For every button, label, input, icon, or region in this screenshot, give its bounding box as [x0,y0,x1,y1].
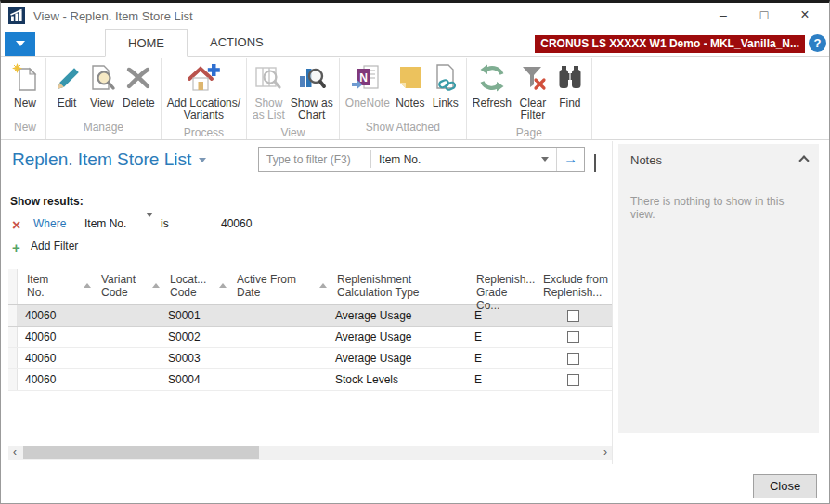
button-label: Add Locations/ Variants [167,97,240,122]
ribbon: New New Edit [1,57,829,140]
clear-filter-funnel-icon [517,61,549,95]
sticky-note-icon [396,61,425,95]
minimize-button[interactable]: – [703,3,744,29]
notes-button[interactable]: Notes [393,58,428,110]
column-header-location-code[interactable]: Locat... Code [161,269,227,304]
cell-variant-code [92,305,161,326]
quick-filter-input[interactable]: Type to filter (F3) [259,153,370,166]
cell-replenishment-calculation-type: Average Usage [328,348,467,368]
sort-ascending-icon [152,283,160,288]
links-button[interactable]: Links [428,58,463,110]
table-row[interactable]: 40060 S0003 Average Usage E [8,348,612,369]
sort-ascending-icon [84,283,91,288]
collapse-notes-button[interactable] [798,155,809,165]
ribbon-group-label: Manage [49,116,158,139]
cell-active-from-date [227,327,328,347]
delete-button[interactable]: Delete [120,58,158,110]
app-window: View - Replen. Item Store List – □ × HOM… [0,0,830,504]
ribbon-group-label: New [7,116,43,139]
help-button[interactable]: ? [809,34,826,52]
column-header-exclude-from-replenishment[interactable]: Exclude from Replenish... [534,269,612,304]
find-button[interactable]: Find [551,58,589,110]
ribbon-group-manage: Edit View [46,58,162,139]
column-header-variant-code[interactable]: Variant Code [92,269,161,304]
apply-filter-button[interactable]: → [556,148,584,171]
ribbon-group-process: Add Locations/ Variants Process [162,58,247,139]
notes-empty-message: There is nothing to show in this view. [618,167,819,221]
ribbon-tab-bar: HOME ACTIONS CRONUS LS XXXXX W1 Demo - M… [1,29,829,57]
row-selector-gutter [8,269,18,304]
exclude-checkbox[interactable] [567,331,579,343]
row-selector-gutter[interactable] [8,369,18,390]
button-label: Notes [396,97,424,110]
refresh-button[interactable]: Refresh [470,58,514,110]
page-title-text: Replen. Item Store List [12,149,191,169]
replenishment-table: Item No. Variant Code Locat... Code Acti… [8,269,612,391]
exclude-checkbox[interactable] [567,353,579,365]
cell-location-code: S0003 [161,348,227,368]
show-as-list-icon [253,61,284,95]
edit-button[interactable]: Edit [49,58,84,110]
filter-value-input[interactable]: 40060 [221,217,252,230]
table-row[interactable]: 40060 S0004 Stock Levels E [8,369,612,391]
delete-x-icon [123,61,153,95]
row-selector-gutter[interactable] [8,327,18,347]
table-row[interactable]: 40060 S0001 Average Usage E [8,304,612,327]
table-row[interactable]: 40060 S0002 Average Usage E [8,327,612,348]
page-title-caret-icon[interactable] [199,158,206,162]
filter-field-dropdown[interactable]: Item No. [84,217,126,230]
app-menu-button[interactable] [5,32,35,56]
row-selector-gutter[interactable] [8,305,18,326]
button-label: Refresh [473,97,512,110]
button-label: OneNote [345,97,390,110]
show-as-list-button: Show as List [250,58,288,122]
row-selector-gutter[interactable] [8,348,18,368]
tab-actions[interactable]: ACTIONS [188,29,286,57]
close-window-button[interactable]: × [785,3,825,29]
clear-filter-button[interactable]: Clear Filter [514,58,551,122]
scroll-left-button[interactable]: ‹ [8,446,21,460]
company-badge: CRONUS LS XXXXX W1 Demo - MKL_Vanilla_N.… [535,35,805,53]
column-header-replenishment-calculation-type[interactable]: Replenishment Calculation Type [328,269,467,304]
cell-active-from-date [227,305,328,326]
table-header-row: Item No. Variant Code Locat... Code Acti… [8,269,612,304]
scrollbar-thumb[interactable] [23,446,259,459]
exclude-checkbox[interactable] [567,310,579,322]
column-header-replenishment-grade-code[interactable]: Replenish... Grade Co... [467,269,534,304]
onenote-icon: N [351,61,384,95]
button-label: Clear Filter [520,97,547,122]
button-label: Delete [123,97,155,110]
tab-home[interactable]: HOME [105,29,188,57]
column-header-active-from-date[interactable]: Active From Date [227,269,328,304]
edit-pencil-icon [52,61,82,95]
collapse-filter-pane-button[interactable] [594,156,596,173]
scroll-right-button[interactable]: › [599,446,612,460]
filter-operator: is [161,217,169,230]
view-document-icon [87,61,117,95]
view-button[interactable]: View [84,58,120,110]
ribbon-group-new: New New [5,58,46,139]
add-locations-variants-button[interactable]: Add Locations/ Variants [164,58,243,122]
horizontal-scrollbar[interactable]: ‹ › [8,446,612,460]
show-as-chart-icon [296,61,328,95]
new-button[interactable]: New [7,58,43,110]
close-button[interactable]: Close [753,474,817,498]
chevron-down-icon [541,157,549,162]
maximize-button[interactable]: □ [744,3,785,29]
where-link[interactable]: Where [33,217,66,230]
show-as-chart-button[interactable]: Show as Chart [288,58,336,122]
app-logo-icon [8,7,25,24]
column-header-item-no[interactable]: Item No. [18,269,92,304]
filter-column-dropdown[interactable]: Item No. [371,153,556,166]
cell-item-no: 40060 [18,327,92,347]
add-filter-button[interactable]: Add Filter [31,239,78,252]
button-label: Show as List [253,97,285,122]
cell-location-code: S0002 [161,327,227,347]
exclude-checkbox[interactable] [567,374,579,386]
cell-replenishment-grade-code: E [467,348,534,368]
remove-filter-button[interactable]: × [12,217,20,234]
svg-text:N: N [359,71,368,84]
ribbon-group-label: Page [470,122,589,145]
chevron-down-icon[interactable] [146,217,153,230]
notes-panel-title: Notes [630,153,662,167]
